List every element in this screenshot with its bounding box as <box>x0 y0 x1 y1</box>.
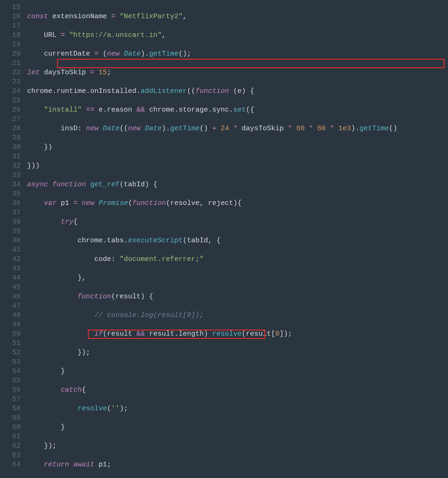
line-number: 19 <box>0 40 21 49</box>
code-line[interactable]: URL = "https://a.unscart.in", <box>27 31 397 40</box>
code-line[interactable]: return await p1; <box>27 460 397 470</box>
line-number: 46 <box>0 292 21 302</box>
line-number: 55 <box>0 376 21 386</box>
line-number: 22 <box>0 68 21 77</box>
line-number: 60 <box>0 423 21 432</box>
code-line[interactable]: // console.log(result[0]); <box>27 311 397 320</box>
line-number: 58 <box>0 404 21 414</box>
line-number: 62 <box>0 442 21 451</box>
line-number: 26 <box>0 105 21 115</box>
line-number: 49 <box>0 320 21 330</box>
line-number: 21 <box>0 59 21 68</box>
line-number: 47 <box>0 302 21 311</box>
line-number-gutter: 15 16 17 18 19 20 21 22 23 24 25 26 27 2… <box>0 3 27 478</box>
line-number: 48 <box>0 311 21 320</box>
highlight-box <box>57 59 445 68</box>
line-number: 18 <box>0 31 21 40</box>
line-number: 53 <box>0 358 21 367</box>
line-number: 38 <box>0 218 21 227</box>
code-line[interactable]: } <box>27 367 397 376</box>
line-number: 64 <box>0 460 21 470</box>
line-number: 25 <box>0 96 21 105</box>
code-line[interactable]: const extensionName = "NetflixParty2", <box>27 12 397 21</box>
line-number: 15 <box>0 3 21 12</box>
code-line[interactable]: } <box>27 423 397 432</box>
line-number: 39 <box>0 227 21 236</box>
code-line[interactable]: })) <box>27 162 397 171</box>
line-number: 20 <box>0 49 21 59</box>
code-line[interactable]: }) <box>27 143 397 152</box>
line-number: 42 <box>0 255 21 264</box>
line-number: 31 <box>0 152 21 162</box>
code-line[interactable]: var p1 = new Promise(function(resolve, r… <box>27 199 397 208</box>
line-number: 63 <box>0 451 21 460</box>
line-number: 23 <box>0 77 21 87</box>
line-number: 36 <box>0 199 21 208</box>
line-number: 28 <box>0 124 21 134</box>
code-line[interactable]: }, <box>27 274 397 283</box>
line-number: 17 <box>0 21 21 31</box>
line-number: 56 <box>0 386 21 395</box>
line-number: 29 <box>0 134 21 143</box>
line-number: 44 <box>0 274 21 283</box>
line-number: 30 <box>0 143 21 152</box>
line-number: 41 <box>0 246 21 255</box>
code-editor[interactable]: 15 16 17 18 19 20 21 22 23 24 25 26 27 2… <box>0 3 448 478</box>
line-number: 35 <box>0 190 21 199</box>
line-number: 54 <box>0 367 21 376</box>
code-line[interactable]: currentDate = (new Date).getTime(); <box>27 49 397 59</box>
line-number: 52 <box>0 348 21 358</box>
code-line[interactable]: if(result && result.length) resolve(resu… <box>27 330 397 339</box>
code-line[interactable]: function(result) { <box>27 292 397 302</box>
code-line[interactable]: catch{ <box>27 386 397 395</box>
code-line[interactable]: }); <box>27 348 397 358</box>
code-line[interactable]: "install" == e.reason && chrome.storage.… <box>27 105 397 115</box>
code-content[interactable]: const extensionName = "NetflixParty2", U… <box>27 3 397 478</box>
line-number: 45 <box>0 283 21 292</box>
line-number: 57 <box>0 395 21 404</box>
line-number: 50 <box>0 330 21 339</box>
code-line[interactable]: code: "document.referrer;" <box>27 255 397 264</box>
line-number: 27 <box>0 115 21 124</box>
line-number: 59 <box>0 414 21 423</box>
code-line[interactable]: chrome.runtime.onInstalled.addListener((… <box>27 87 397 96</box>
line-number: 32 <box>0 162 21 171</box>
code-line[interactable]: try{ <box>27 218 397 227</box>
line-number: 34 <box>0 180 21 190</box>
code-line[interactable]: let daysToSkip = 15; <box>27 68 397 77</box>
code-line[interactable]: insD: new Date((new Date).getTime() + 24… <box>27 124 397 134</box>
code-line[interactable]: chrome.tabs.executeScript(tabId, { <box>27 236 397 246</box>
line-number: 24 <box>0 87 21 96</box>
line-number: 40 <box>0 236 21 246</box>
line-number: 61 <box>0 432 21 442</box>
line-number: 51 <box>0 339 21 348</box>
code-line[interactable]: resolve(''); <box>27 404 397 414</box>
line-number: 16 <box>0 12 21 21</box>
line-number: 33 <box>0 171 21 180</box>
line-number: 43 <box>0 264 21 274</box>
code-line[interactable]: async function get_ref(tabId) { <box>27 180 397 190</box>
line-number: 37 <box>0 208 21 218</box>
code-line[interactable]: }); <box>27 442 397 451</box>
